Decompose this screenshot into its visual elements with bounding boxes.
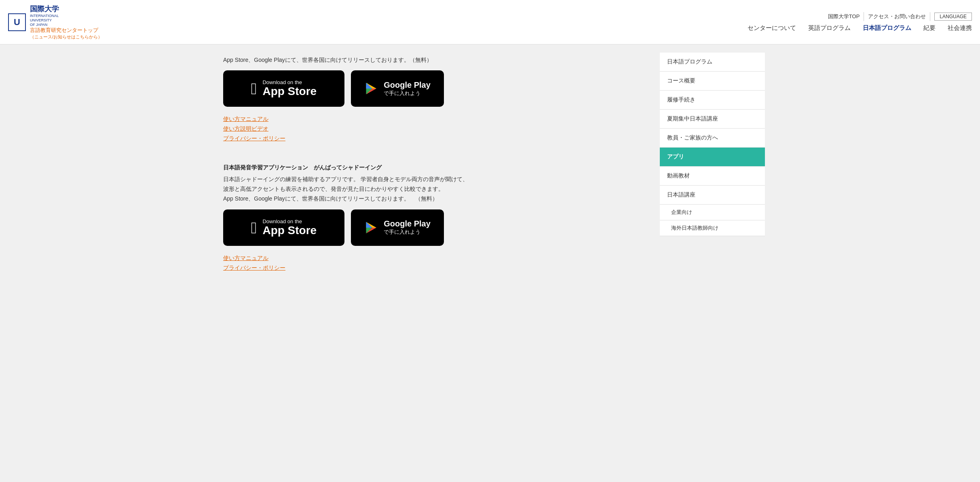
top-link-univ[interactable]: 国際大学TOP (824, 12, 864, 21)
main-content: App Store、Google Playにて、世界各国に向けてリリースしており… (215, 53, 648, 285)
section2-manual-link[interactable]: 使い方マニュアル (223, 255, 640, 262)
google-play-big-label: Google Play (384, 80, 431, 90)
section2-privacy-link[interactable]: プライバシー・ポリシー (223, 264, 640, 272)
section1-google-play-button[interactable]: Google Play で手に入れよう (351, 70, 444, 107)
nav-community[interactable]: 社会連携 (948, 24, 972, 32)
univ-en: INTERNATIONAL UNIVERSITY OF JAPAN (30, 14, 102, 27)
app-store-big-label: App Store (262, 85, 317, 98)
center-sub: （ニュース/お知らせはこちらから） (30, 34, 102, 40)
google-play-text-2: Google Play で手に入れよう (384, 219, 431, 236)
sidebar-item-teachers[interactable]: 教員・ご家族の方へ (660, 129, 765, 148)
app-store-text-2: Download on the App Store (262, 218, 317, 237)
header-left: U 国際大学 INTERNATIONAL UNIVERSITY OF JAPAN… (8, 4, 102, 40)
section1-store-buttons:  Download on the App Store (223, 70, 640, 107)
sidebar-item-overseas[interactable]: 海外日本語教師向け (660, 220, 765, 236)
logo-icon: U (8, 13, 26, 31)
sidebar-item-summer[interactable]: 夏期集中日本語講座 (660, 110, 765, 129)
app-store-big-label-2: App Store (262, 224, 317, 237)
google-play-icon (364, 81, 379, 96)
apple-icon:  (251, 80, 257, 97)
top-links: 国際大学TOP アクセス・お問い合わせ LANGUAGE (824, 12, 972, 21)
sidebar-item-course[interactable]: コース概要 (660, 72, 765, 91)
top-link-access[interactable]: アクセス・お問い合わせ (864, 12, 930, 21)
sidebar-item-lecture[interactable]: 日本語講座 (660, 186, 765, 205)
section1-video-link[interactable]: 使い方説明ビデオ (223, 125, 640, 133)
app-store-text: Download on the App Store (262, 79, 317, 98)
section1-manual-link[interactable]: 使い方マニュアル (223, 116, 640, 123)
section2-desc: 日本語シャドーイングの練習を補助するアプリです。 学習者自身とモデル両方の音声が… (223, 175, 640, 203)
google-play-big-label-2: Google Play (384, 219, 431, 228)
nav-japanese[interactable]: 日本語プログラム (863, 24, 911, 32)
section2-app-store-button[interactable]:  Download on the App Store (223, 209, 344, 246)
section2-store-buttons:  Download on the App Store Google Play … (223, 209, 640, 246)
section2-google-play-button[interactable]: Google Play で手に入れよう (351, 209, 444, 246)
sidebar-item-app[interactable]: アプリ (660, 148, 765, 167)
nav-english[interactable]: 英語プログラム (808, 24, 851, 32)
app-store-small-label-2: Download on the (262, 218, 317, 224)
nav-bulletin[interactable]: 紀要 (923, 24, 936, 32)
sidebar: 日本語プログラム コース概要 履修手続き 夏期集中日本語講座 教員・ご家族の方へ… (660, 53, 765, 285)
logo-text: 国際大学 INTERNATIONAL UNIVERSITY OF JAPAN 言… (30, 4, 102, 40)
center-name[interactable]: 言語教育研究センタートップ (30, 27, 102, 34)
section-divider (223, 152, 640, 164)
section1-app-store-button[interactable]:  Download on the App Store (223, 70, 344, 107)
main-nav: センターについて 英語プログラム 日本語プログラム 紀要 社会連携 (748, 24, 972, 32)
header-right: 国際大学TOP アクセス・お問い合わせ LANGUAGE センターについて 英語… (748, 12, 972, 32)
page-layout: App Store、Google Playにて、世界各国に向けてリリースしており… (207, 44, 773, 293)
google-play-text: Google Play で手に入れよう (384, 80, 431, 97)
section1-privacy-link[interactable]: プライバシー・ポリシー (223, 135, 640, 142)
google-play-icon-2 (364, 220, 379, 235)
google-play-small-label-2: で手に入れよう (384, 228, 431, 236)
header: U 国際大学 INTERNATIONAL UNIVERSITY OF JAPAN… (0, 0, 980, 44)
univ-name: 国際大学 (30, 4, 102, 14)
sidebar-item-video[interactable]: 動画教材 (660, 167, 765, 186)
section1-intro: App Store、Google Playにて、世界各国に向けてリリースしており… (223, 57, 640, 64)
sidebar-item-corporate[interactable]: 企業向け (660, 205, 765, 220)
sidebar-item-registration[interactable]: 履修手続き (660, 91, 765, 110)
section2-links: 使い方マニュアル プライバシー・ポリシー (223, 255, 640, 272)
app-store-small-label: Download on the (262, 79, 317, 85)
google-play-small-label: で手に入れよう (384, 90, 431, 97)
nav-center[interactable]: センターについて (748, 24, 796, 32)
language-button[interactable]: LANGUAGE (934, 13, 972, 21)
apple-icon-2:  (251, 220, 257, 236)
sidebar-item-nihongo-program[interactable]: 日本語プログラム (660, 53, 765, 72)
section2-title: 日本語発音学習アプリケーション がんばってシャドーイング (223, 164, 640, 171)
section1-links: 使い方マニュアル 使い方説明ビデオ プライバシー・ポリシー (223, 116, 640, 142)
